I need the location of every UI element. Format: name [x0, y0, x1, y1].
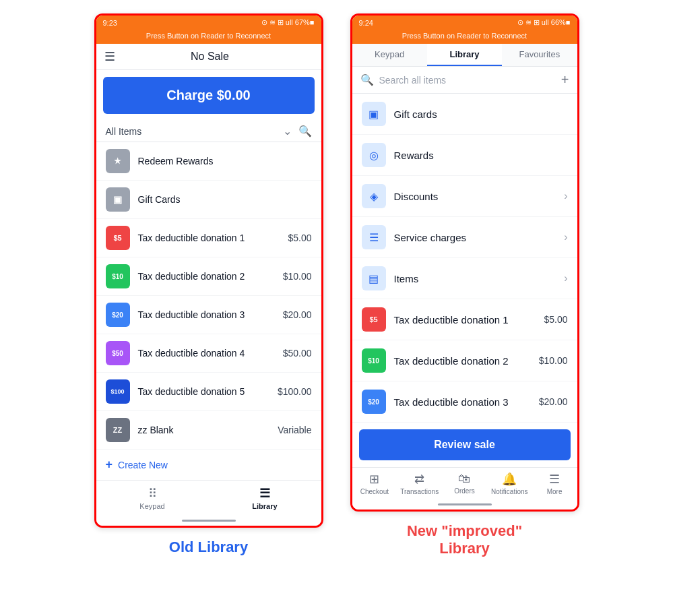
- item-name: Tax deductible donation 5: [138, 386, 269, 397]
- old-time: 9:23: [103, 19, 117, 27]
- charge-button[interactable]: Charge $0.00: [103, 77, 315, 114]
- list-item[interactable]: $50 Tax deductible donation 4 $50.00: [96, 334, 321, 373]
- new-phone-frame: 9:24 ⊙ ≋ ⊞ ull 66%■ Press Button on Read…: [350, 13, 579, 512]
- category-service-charges[interactable]: ☰ Service charges ›: [352, 217, 577, 258]
- transactions-icon: ⇄: [414, 472, 424, 487]
- plus-icon[interactable]: +: [561, 72, 569, 88]
- all-items-icons: ⌄ 🔍: [283, 125, 312, 137]
- nav-library-label: Library: [252, 502, 277, 510]
- item-price: $5.00: [544, 314, 567, 325]
- old-home-indicator-bar: [96, 516, 321, 526]
- new-caption: New "improved" Library: [407, 522, 522, 557]
- item-price: Variable: [278, 425, 311, 435]
- item-name: Tax deductible donation 3: [138, 309, 275, 320]
- category-gift-cards[interactable]: ▣ Gift cards: [352, 94, 577, 135]
- old-status-icons: ⊙ ≋ ⊞ ull 67%■: [261, 18, 315, 27]
- item-price: $50.00: [283, 348, 312, 359]
- nav-keypad[interactable]: ⠿ Keypad: [96, 486, 209, 510]
- orders-icon: 🛍: [458, 472, 470, 486]
- item-price: $10.00: [539, 355, 568, 366]
- old-items-list: ★ Redeem Rewards ▣ Gift Cards $5 Tax ded…: [96, 142, 321, 450]
- home-indicator: [438, 503, 492, 505]
- new-tab-bar: Keypad Library Favourites: [352, 44, 577, 67]
- review-sale-button[interactable]: Review sale: [359, 429, 571, 460]
- chevron-down-icon[interactable]: ⌄: [283, 125, 292, 137]
- search-icon: 🔍: [360, 73, 374, 86]
- tab-favourites[interactable]: Favourites: [502, 44, 577, 66]
- tab-keypad[interactable]: Keypad: [352, 44, 427, 66]
- donation2-icon: $10: [362, 348, 386, 373]
- new-reconnect-bar: Press Button on Reader to Reconnect: [352, 30, 577, 44]
- rewards-icon: ★: [106, 149, 130, 173]
- list-item[interactable]: ZZ zz Blank Variable: [96, 411, 321, 450]
- home-indicator: [182, 520, 236, 522]
- donation2-icon: $10: [106, 264, 130, 288]
- donation1-icon: $5: [106, 226, 130, 250]
- new-status-bar: 9:24 ⊙ ≋ ⊞ ull 66%■: [352, 16, 577, 30]
- nav-more[interactable]: ☰ More: [532, 472, 577, 495]
- nav-checkout[interactable]: ⊞ Checkout: [352, 472, 397, 495]
- category-rewards[interactable]: ◎ Rewards: [352, 135, 577, 176]
- all-items-label: All Items: [106, 126, 142, 137]
- item-name: Tax deductible donation 2: [138, 271, 275, 282]
- item-price: $10.00: [283, 271, 312, 282]
- item-name: Tax deductible donation 1: [138, 233, 280, 243]
- list-item[interactable]: $10 Tax deductible donation 2 $10.00: [96, 257, 321, 296]
- notifications-label: Notifications: [491, 488, 527, 495]
- category-name: Service charges: [394, 232, 556, 243]
- list-item[interactable]: $100 Tax deductible donation 5 $100.00: [96, 373, 321, 411]
- category-name: Gift cards: [394, 109, 568, 120]
- library-icon: ☰: [259, 486, 270, 501]
- comparison-wrapper: 9:23 ⊙ ≋ ⊞ ull 67%■ Press Button on Read…: [13, 13, 660, 557]
- item-price: $100.00: [278, 386, 312, 397]
- nav-transactions[interactable]: ⇄ Transactions: [397, 472, 442, 495]
- items-icon: ▤: [362, 266, 386, 290]
- list-item[interactable]: $10 Tax deductible donation 2 $10.00: [352, 340, 577, 381]
- left-column: 9:23 ⊙ ≋ ⊞ ull 67%■ Press Button on Read…: [94, 13, 323, 556]
- orders-label: Orders: [454, 487, 475, 495]
- checkout-label: Checkout: [360, 488, 389, 495]
- tab-library[interactable]: Library: [427, 44, 502, 66]
- keypad-icon: ⠿: [148, 486, 157, 501]
- category-name: Items: [394, 273, 556, 284]
- donation4-icon: $50: [106, 341, 130, 365]
- chevron-right-icon: ›: [564, 190, 567, 202]
- item-name: Tax deductible donation 1: [394, 314, 536, 326]
- nav-keypad-label: Keypad: [139, 502, 164, 510]
- plus-icon: +: [106, 458, 113, 472]
- old-nav-title: No Sale: [123, 51, 297, 63]
- nav-orders[interactable]: 🛍 Orders: [442, 472, 487, 495]
- notifications-icon: 🔔: [502, 472, 517, 487]
- nav-notifications[interactable]: 🔔 Notifications: [487, 472, 532, 495]
- item-price: $20.00: [283, 309, 312, 320]
- search-icon[interactable]: 🔍: [298, 125, 312, 137]
- all-items-bar: All Items ⌄ 🔍: [96, 121, 321, 142]
- donation3-icon: $20: [362, 390, 386, 414]
- blank-icon: ZZ: [106, 418, 130, 442]
- old-phone-frame: 9:23 ⊙ ≋ ⊞ ull 67%■ Press Button on Read…: [94, 13, 323, 528]
- item-name: Redeem Rewards: [138, 156, 312, 166]
- list-item[interactable]: ▣ Gift Cards: [96, 181, 321, 219]
- search-placeholder[interactable]: Search all items: [379, 75, 556, 86]
- donation3-icon: $20: [106, 303, 130, 327]
- more-icon: ☰: [549, 472, 560, 487]
- donation5-icon: $100: [106, 379, 130, 404]
- category-discounts[interactable]: ◈ Discounts ›: [352, 176, 577, 217]
- checkout-icon: ⊞: [369, 472, 379, 487]
- list-item[interactable]: $5 Tax deductible donation 1 $5.00: [352, 299, 577, 340]
- list-item[interactable]: $5 Tax deductible donation 1 $5.00: [96, 219, 321, 257]
- donation1-icon: $5: [362, 307, 386, 332]
- category-name: Discounts: [394, 191, 556, 202]
- hamburger-icon[interactable]: ☰: [104, 49, 115, 64]
- create-new-button[interactable]: + Create New: [96, 450, 321, 480]
- new-home-indicator-bar: [352, 499, 577, 510]
- category-items[interactable]: ▤ Items ›: [352, 258, 577, 299]
- create-new-label: Create New: [118, 460, 168, 470]
- list-item[interactable]: $20 Tax deductible donation 3 $20.00: [96, 296, 321, 334]
- list-item[interactable]: ★ Redeem Rewards: [96, 142, 321, 181]
- list-item[interactable]: $20 Tax deductible donation 3 $20.00: [352, 381, 577, 423]
- discounts-icon: ◈: [362, 184, 386, 208]
- old-reconnect-bar: Press Button on Reader to Reconnect: [96, 30, 321, 44]
- nav-library[interactable]: ☰ Library: [209, 486, 321, 510]
- old-caption: Old Library: [169, 538, 248, 556]
